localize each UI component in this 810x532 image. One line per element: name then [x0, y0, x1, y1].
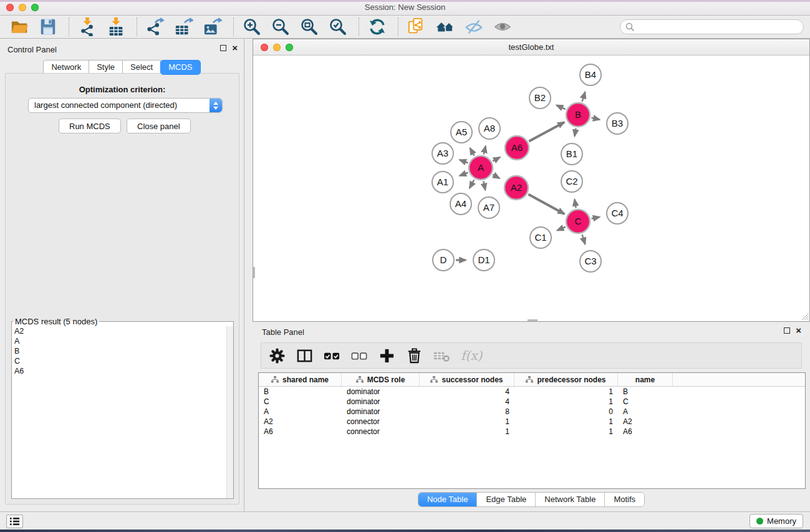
network-view-window: testGlobe.txt B4B2BB3A8A5A6B1A3AC2A1A2A4…: [253, 39, 810, 322]
graph-node-C2[interactable]: C2: [561, 171, 582, 192]
import-table-icon[interactable]: [107, 17, 125, 36]
float-panel-icon[interactable]: [220, 45, 226, 51]
mcds-result-item[interactable]: A2: [12, 326, 233, 336]
close-panel-button[interactable]: Close panel: [127, 118, 191, 133]
graph-node-C1[interactable]: C1: [530, 227, 551, 248]
graph-node-C3[interactable]: C3: [580, 251, 601, 272]
open-session-icon[interactable]: [10, 17, 29, 36]
column-header-mcds-role[interactable]: MCDS role: [342, 373, 420, 386]
svg-text:A4: A4: [455, 198, 466, 209]
tab-node-table[interactable]: Node Table: [418, 493, 478, 506]
task-history-button[interactable]: [6, 515, 23, 528]
save-session-icon[interactable]: [39, 17, 57, 36]
import-network-icon[interactable]: [78, 17, 97, 36]
table-tabs: Node TableEdge TableNetwork TableMotifs: [253, 492, 810, 507]
mcds-result-item[interactable]: C: [12, 356, 233, 366]
graph-node-B3[interactable]: B3: [607, 113, 628, 134]
table-cell: 1: [514, 427, 618, 437]
mcds-result-item[interactable]: B: [12, 346, 233, 356]
session-title: Session: New Session: [0, 2, 810, 12]
table-cell: C: [259, 397, 342, 407]
mcds-list-scrollbar[interactable]: [226, 326, 233, 498]
graph-node-D[interactable]: D: [433, 249, 454, 271]
node-table-header: shared nameMCDS rolesuccessor nodesprede…: [259, 373, 805, 387]
graph-node-B4[interactable]: B4: [580, 64, 601, 85]
tab-network-table[interactable]: Network Table: [536, 493, 605, 506]
horizontal-scroll-nub[interactable]: [528, 319, 538, 321]
graph-node-A6[interactable]: A6: [505, 136, 529, 160]
graph-node-A8[interactable]: A8: [479, 118, 500, 139]
graph-node-C[interactable]: C: [566, 210, 590, 233]
refresh-view-icon[interactable]: [368, 17, 387, 36]
svg-text:C: C: [575, 216, 582, 226]
close-panel-icon[interactable]: ×: [232, 45, 238, 51]
graph-node-A4[interactable]: A4: [450, 193, 471, 215]
titlebar-top-strip: [0, 0, 810, 2]
column-tree-icon: [430, 376, 438, 383]
graph-node-C4[interactable]: C4: [607, 203, 628, 224]
table-row[interactable]: Bdominator41B: [259, 387, 805, 397]
column-header-successor-nodes[interactable]: successor nodes: [420, 373, 514, 386]
mcds-result-item[interactable]: A6: [12, 366, 233, 376]
table-row[interactable]: A2connector11A2: [259, 417, 805, 427]
table-row[interactable]: Cdominator41C: [259, 397, 805, 407]
tab-edge-table[interactable]: Edge Table: [477, 493, 536, 506]
network-from-file-icon[interactable]: [407, 17, 426, 36]
zoom-out-icon[interactable]: [271, 17, 290, 36]
svg-text:B4: B4: [585, 69, 596, 80]
optimization-criterion-dropdown[interactable]: largest connected component (directed): [28, 98, 223, 113]
graph-node-A1[interactable]: A1: [432, 172, 453, 193]
tab-motifs[interactable]: Motifs: [605, 493, 644, 506]
graph-node-B2[interactable]: B2: [529, 87, 551, 109]
hide-details-icon[interactable]: [465, 17, 483, 36]
graph-node-A7[interactable]: A7: [478, 197, 499, 218]
graph-edge-A-A7: [483, 181, 485, 190]
resize-grip-icon[interactable]: [801, 312, 809, 321]
vertical-scroll-nub[interactable]: [253, 267, 255, 278]
close-table-panel-icon[interactable]: ×: [796, 327, 801, 334]
home-icon[interactable]: [436, 17, 455, 36]
memory-button[interactable]: Memory: [750, 514, 803, 528]
float-table-panel-icon[interactable]: [784, 327, 790, 334]
mcds-result-item[interactable]: A: [12, 336, 233, 346]
table-cell: A: [618, 407, 673, 417]
show-details-icon[interactable]: [493, 17, 512, 36]
export-network-icon[interactable]: [146, 17, 165, 36]
table-row[interactable]: Adominator80A: [259, 407, 805, 417]
select-all-checkboxes-icon[interactable]: [324, 347, 340, 364]
main-toolbar: [0, 16, 810, 39]
zoom-selected-icon[interactable]: [329, 17, 347, 36]
search-input[interactable]: [620, 19, 804, 34]
graph-node-A5[interactable]: A5: [451, 122, 472, 143]
export-image-icon[interactable]: [203, 17, 222, 36]
add-column-icon[interactable]: [378, 347, 395, 364]
toolbar-separator: [359, 17, 359, 36]
graph-node-A[interactable]: A: [469, 156, 493, 180]
graph-edge-A6-B: [529, 122, 564, 142]
graph-node-B[interactable]: B: [566, 103, 590, 127]
column-header-predecessor-nodes[interactable]: predecessor nodes: [514, 373, 618, 386]
network-window-title: testGlobe.txt: [253, 42, 809, 52]
run-mcds-button[interactable]: Run MCDS: [59, 118, 121, 133]
column-view-icon[interactable]: [296, 347, 313, 364]
tab-mcds[interactable]: MCDS: [160, 60, 200, 75]
graph-node-A3[interactable]: A3: [432, 143, 453, 164]
zoom-in-icon[interactable]: [243, 17, 261, 36]
table-settings-gear-icon[interactable]: [269, 347, 286, 364]
export-table-icon[interactable]: [175, 17, 193, 36]
zoom-fit-icon[interactable]: [300, 17, 319, 36]
table-row[interactable]: A6connector11A6: [259, 427, 805, 437]
delete-table-icon[interactable]: [433, 347, 450, 364]
svg-text:A7: A7: [483, 202, 494, 213]
graph-node-A2[interactable]: A2: [504, 176, 528, 200]
network-graph-canvas[interactable]: B4B2BB3A8A5A6B1A3AC2A1A2A4A7C4CC1C3DD1: [253, 56, 809, 321]
column-header-shared-name[interactable]: shared name: [259, 373, 342, 386]
column-header-name[interactable]: name: [618, 373, 673, 386]
function-builder-icon[interactable]: f(x): [461, 348, 482, 363]
search-field-wrap: [620, 19, 804, 34]
delete-column-trash-icon[interactable]: [406, 347, 423, 364]
graph-node-D1[interactable]: D1: [473, 249, 494, 271]
graph-node-B1[interactable]: B1: [561, 143, 582, 165]
deselect-all-checkboxes-icon[interactable]: [351, 347, 368, 364]
memory-label: Memory: [767, 516, 796, 526]
